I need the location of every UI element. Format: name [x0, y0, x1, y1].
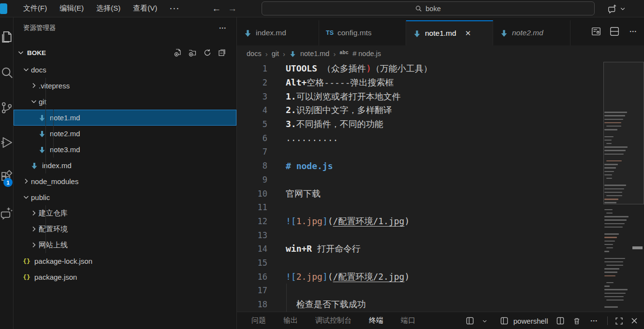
panel-tab-终端[interactable]: 终端: [369, 316, 383, 325]
editor-more-actions-button[interactable]: ⋯: [628, 26, 640, 37]
tree-item[interactable]: 网站上线: [14, 237, 236, 253]
explorer-sidebar: 资源管理器 ⋯ BOKE: [14, 17, 237, 329]
breadcrumb-item[interactable]: git: [272, 50, 279, 57]
copilot-chat-icon[interactable]: [607, 3, 618, 14]
breadcrumb-item[interactable]: # node.js: [352, 50, 381, 57]
minimap-line: [604, 261, 623, 262]
tab-label: index.md: [256, 29, 286, 37]
code-token: （众多插件: [317, 63, 366, 73]
open-preview-icon[interactable]: [591, 26, 601, 37]
line-content: 检查是否下载成功: [286, 299, 366, 310]
code-token: /配置环境/1.jpg: [333, 216, 405, 226]
run-debug-icon[interactable]: [0, 135, 14, 150]
tab-label: note1.md: [425, 29, 456, 38]
tree-item[interactable]: note2.md: [14, 126, 236, 142]
minimap-line: [606, 282, 614, 283]
tree-item[interactable]: docs: [14, 62, 236, 78]
tree-item[interactable]: note3.md: [14, 142, 236, 157]
chevron-down-icon[interactable]: [620, 6, 626, 12]
menu-item-3[interactable]: 选择(S): [91, 2, 125, 15]
new-file-button[interactable]: [174, 49, 182, 57]
panel-more-actions-button[interactable]: ⋯: [588, 315, 600, 326]
tab-config.mts[interactable]: TSconfig.mts: [319, 20, 406, 45]
maximize-panel-button[interactable]: [615, 317, 623, 325]
terminal-profile-chevron-icon[interactable]: [482, 318, 487, 324]
copilot-chat-sidebar-icon[interactable]: [0, 206, 14, 220]
explorer-more-actions-button[interactable]: ⋯: [217, 23, 229, 33]
minimap-slider[interactable]: [603, 62, 644, 204]
code-editor[interactable]: 1UTOOLS （众多插件)（万能小工具）2Alt+空格-----弹出搜索框31…: [237, 62, 644, 312]
panel-tab-调试控制台[interactable]: 调试控制台: [315, 316, 351, 325]
minimap-line: [604, 268, 619, 269]
explorer-root-section[interactable]: BOKE: [14, 44, 236, 61]
split-editor-icon[interactable]: [609, 26, 620, 37]
new-folder-button[interactable]: [189, 49, 197, 57]
tab-note2.md[interactable]: note2.md: [493, 20, 571, 45]
close-tab-button[interactable]: ✕: [465, 29, 471, 38]
menu-more-button[interactable]: ···: [165, 2, 185, 14]
kill-terminal-button[interactable]: [572, 316, 581, 326]
code-line: 53.不同插件，不同的功能: [237, 117, 644, 131]
tree-item[interactable]: {}package.json: [14, 269, 236, 285]
line-content: # node.js: [286, 161, 333, 171]
nav-forward-button[interactable]: →: [228, 3, 237, 14]
panel-tab-输出[interactable]: 输出: [283, 316, 298, 325]
breadcrumb-item[interactable]: note1.md: [300, 50, 329, 57]
tree-item[interactable]: note1.md: [14, 110, 236, 126]
tree-item[interactable]: index.md: [14, 157, 236, 173]
chevron-right-icon: [30, 241, 39, 250]
menu-item-1[interactable]: 文件(F): [18, 2, 52, 15]
close-panel-button[interactable]: [630, 317, 638, 325]
menu-bar: 文件(F)编辑(E)选择(S)查看(V)···: [18, 2, 185, 15]
code-line: 11: [237, 200, 644, 215]
command-center-search[interactable]: boke: [262, 1, 595, 15]
line-number: 5: [237, 119, 267, 129]
chevron-right-icon: [30, 241, 38, 249]
line-content: win+R 打开命令行: [286, 243, 361, 255]
tree-item[interactable]: node_modules: [14, 173, 236, 189]
chevron-right-icon: [30, 209, 39, 218]
minimap-line: [604, 223, 625, 224]
code-line: 18 检查是否下载成功: [237, 298, 644, 312]
new-terminal-button[interactable]: [465, 316, 475, 326]
markdown-icon: [500, 29, 508, 37]
chevron-down-icon: [22, 193, 31, 202]
nav-back-button[interactable]: ←: [212, 3, 221, 14]
tab-note1.md[interactable]: note1.md✕: [406, 20, 493, 45]
tree-item[interactable]: .vitepress: [14, 78, 236, 94]
menu-item-4[interactable]: 查看(V): [128, 2, 162, 15]
tree-item[interactable]: 配置环境: [14, 221, 236, 237]
minimap-line: [604, 216, 629, 217]
json-glyph: {}: [23, 273, 30, 281]
explorer-icon[interactable]: [0, 30, 14, 44]
tab-index.md[interactable]: index.md: [237, 20, 319, 45]
line-content: 2.识别图中文字，多样翻译: [286, 104, 392, 116]
refresh-button[interactable]: [204, 49, 211, 57]
source-control-icon[interactable]: [0, 100, 14, 115]
panel-tab-问题[interactable]: 问题: [251, 316, 266, 325]
line-number: 10: [237, 189, 267, 199]
collapse-folders-button[interactable]: [218, 49, 226, 57]
tree-item[interactable]: git: [14, 94, 236, 110]
panel-tab-端口[interactable]: 端口: [401, 316, 415, 325]
breadcrumb-item[interactable]: docs: [247, 50, 262, 57]
tree-item[interactable]: public: [14, 189, 236, 205]
minimap-line: [604, 258, 625, 259]
tree-item-label: package-lock.json: [34, 257, 92, 265]
code-line: 12![1.jpg](/配置环境/1.jpg): [237, 215, 644, 229]
code-line: 16![2.jpg](/配置环境/2.jpg): [237, 270, 644, 284]
json-icon: {}: [22, 257, 31, 265]
tree-item[interactable]: 建立仓库: [14, 205, 236, 221]
vscode-window: 文件(F)编辑(E)选择(S)查看(V)··· ← → boke: [0, 0, 644, 329]
split-terminal-button[interactable]: [556, 316, 565, 326]
project-root-label: BOKE: [27, 49, 46, 57]
code-token: ![: [286, 216, 296, 226]
tree-item-label: 网站上线: [39, 241, 68, 250]
terminal-tab-icon[interactable]: [499, 316, 509, 326]
tree-item[interactable]: {}package-lock.json: [14, 253, 236, 269]
code-token: ..........: [286, 133, 338, 143]
terminal-instance-label[interactable]: powershell: [513, 317, 548, 325]
code-token: 空格-----弹出搜索框: [307, 77, 394, 87]
menu-item-2[interactable]: 编辑(E): [55, 2, 88, 15]
search-icon[interactable]: [0, 66, 14, 80]
